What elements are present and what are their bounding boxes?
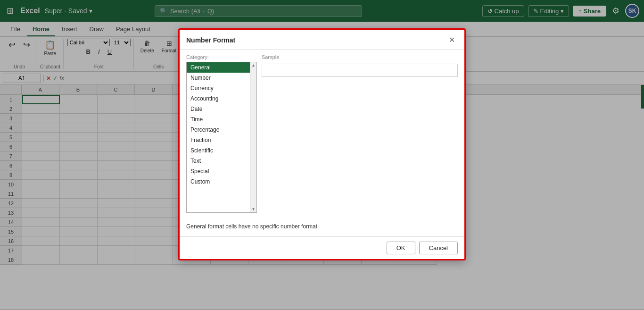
category-item-currency[interactable]: Currency [187,83,250,93]
category-item-text[interactable]: Text [187,156,250,166]
category-item-accounting[interactable]: Accounting [187,93,250,104]
category-item-custom[interactable]: Custom [187,176,250,187]
sample-box [262,64,458,77]
cancel-button[interactable]: Cancel [419,242,458,254]
right-panel: Sample [262,54,458,213]
modal-title: Number Format [186,36,235,44]
sample-label: Sample [262,54,458,60]
category-list-container: General Number Currency Accounting Date … [186,62,257,213]
modal-close-button[interactable]: ✕ [446,34,458,45]
category-item-general[interactable]: General [187,62,250,73]
category-item-time[interactable]: Time [187,114,250,125]
category-label: Category: [186,54,257,60]
modal-overlay: Number Format ✕ Category: General Number… [0,0,644,310]
category-item-fraction[interactable]: Fraction [187,135,250,145]
scrollbar-down-arrow[interactable]: ▼ [251,206,256,212]
scrollbar-up-arrow[interactable]: ▲ [251,62,256,68]
category-item-number[interactable]: Number [187,73,250,83]
modal-body: Category: General Number Currency Accoun… [180,50,464,236]
category-item-scientific[interactable]: Scientific [187,145,250,156]
category-item-percentage[interactable]: Percentage [187,125,250,135]
modal-top-row: Category: General Number Currency Accoun… [186,54,458,213]
category-scrollbar[interactable]: ▲ ▼ [250,62,256,212]
category-item-date[interactable]: Date [187,104,250,114]
description-text: General format cells have no specific nu… [186,221,458,232]
category-item-special[interactable]: Special [187,166,250,176]
category-list: General Number Currency Accounting Date … [187,62,250,212]
modal-header: Number Format ✕ [180,30,464,50]
modal-footer: OK Cancel [180,236,464,259]
number-format-modal: Number Format ✕ Category: General Number… [178,28,466,260]
ok-button[interactable]: OK [387,242,415,254]
